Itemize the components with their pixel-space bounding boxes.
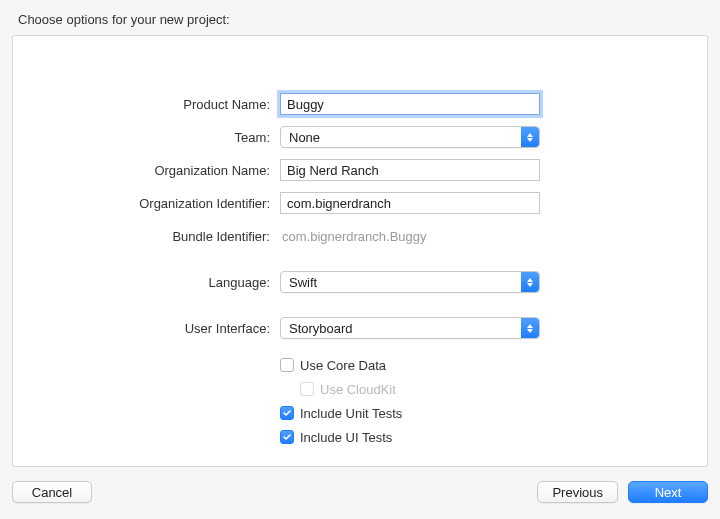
row-use-cloudkit: Use CloudKit [300,379,647,399]
updown-icon [521,272,539,292]
include-ui-tests-label: Include UI Tests [300,430,392,445]
label-org-id: Organization Identifier: [73,196,280,211]
include-ui-tests-checkbox[interactable] [280,430,294,444]
label-product-name: Product Name: [73,97,280,112]
label-team: Team: [73,130,280,145]
checkbox-group: Use Core Data Use CloudKit Include Unit … [73,355,647,447]
product-name-input[interactable] [280,93,540,115]
new-project-options-window: Choose options for your new project: Pro… [0,0,720,519]
label-user-interface: User Interface: [73,321,280,336]
user-interface-select-value: Storyboard [289,321,353,336]
row-user-interface: User Interface: Storyboard [73,316,647,340]
updown-icon [521,127,539,147]
row-include-unit-tests: Include Unit Tests [280,403,647,423]
updown-icon [521,318,539,338]
row-org-name: Organization Name: [73,158,647,182]
label-bundle-id: Bundle Identifier: [73,229,280,244]
row-include-ui-tests: Include UI Tests [280,427,647,447]
include-unit-tests-checkbox[interactable] [280,406,294,420]
row-product-name: Product Name: [73,92,647,116]
label-language: Language: [73,275,280,290]
previous-button[interactable]: Previous [537,481,618,503]
org-id-input[interactable] [280,192,540,214]
label-org-name: Organization Name: [73,163,280,178]
page-title: Choose options for your new project: [18,12,706,27]
include-unit-tests-label: Include Unit Tests [300,406,402,421]
options-form: Product Name: Team: None Organiz [73,92,647,447]
team-select-value: None [289,130,320,145]
row-use-core-data: Use Core Data [280,355,647,375]
bundle-id-value: com.bignerdranch.Buggy [280,229,427,244]
next-button[interactable]: Next [628,481,708,503]
options-panel: Product Name: Team: None Organiz [12,35,708,467]
language-select-value: Swift [289,275,317,290]
row-org-id: Organization Identifier: [73,191,647,215]
cancel-button[interactable]: Cancel [12,481,92,503]
use-cloudkit-label: Use CloudKit [320,382,396,397]
row-language: Language: Swift [73,270,647,294]
use-cloudkit-checkbox [300,382,314,396]
team-select[interactable]: None [280,126,540,148]
footer-buttons: Cancel Previous Next [12,467,708,507]
row-team: Team: None [73,125,647,149]
org-name-input[interactable] [280,159,540,181]
row-bundle-id: Bundle Identifier: com.bignerdranch.Bugg… [73,224,647,248]
use-core-data-label: Use Core Data [300,358,386,373]
language-select[interactable]: Swift [280,271,540,293]
use-core-data-checkbox[interactable] [280,358,294,372]
user-interface-select[interactable]: Storyboard [280,317,540,339]
